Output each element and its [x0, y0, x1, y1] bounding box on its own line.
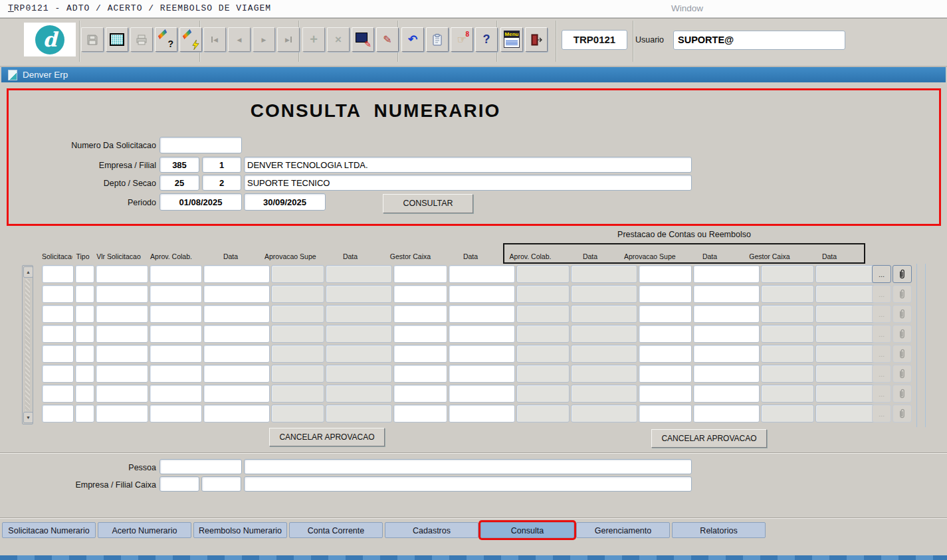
- grid-cell-aprov-colab[interactable]: [150, 345, 202, 363]
- grid-cell-aprov-colab[interactable]: [150, 305, 202, 323]
- grid-cell-data[interactable]: [449, 285, 515, 303]
- grid-cell-tipo[interactable]: [75, 325, 94, 343]
- grid-cell-tipo[interactable]: [75, 385, 94, 403]
- grid-cell-gestor-caixa[interactable]: [393, 405, 447, 422]
- grid-cell-data[interactable]: [449, 265, 515, 283]
- grid-cell-aprovacao-superior[interactable]: [639, 385, 692, 403]
- grid-cell-tipo[interactable]: [75, 265, 94, 283]
- grid-cell-aprovacao-superior[interactable]: [639, 305, 692, 323]
- grid-cell-data[interactable]: [693, 405, 760, 422]
- grid-cell-data[interactable]: [203, 365, 270, 383]
- edit-window-button[interactable]: ✎: [352, 27, 374, 52]
- grid-cell-aprovacao-superior[interactable]: [639, 405, 692, 422]
- grid-cell-data[interactable]: [693, 385, 760, 403]
- grid-cell-aprov-colab[interactable]: [150, 385, 202, 403]
- scroll-up-icon[interactable]: ▲: [23, 266, 33, 278]
- grid-cell-tipo[interactable]: [75, 285, 94, 303]
- grid-cell-solicitacao[interactable]: [42, 325, 74, 343]
- cancelar-aprovacao-left-button[interactable]: CANCELAR APROVACAO: [269, 428, 385, 446]
- grid-cell-data[interactable]: [203, 265, 270, 283]
- tab-cadastros[interactable]: Cadastros: [385, 522, 478, 538]
- grid-cell-solicitacao[interactable]: [42, 345, 74, 363]
- usuario-field[interactable]: SUPORTE@: [673, 31, 845, 50]
- grid-cell-data[interactable]: [449, 385, 515, 403]
- screen-button[interactable]: [106, 27, 128, 52]
- grid-cell-solicitacao[interactable]: [42, 405, 74, 422]
- depto-cod-input[interactable]: [159, 175, 199, 191]
- row-detail-button[interactable]: ...: [872, 265, 891, 283]
- grid-cell-data[interactable]: [203, 285, 270, 303]
- attachment-paperclip-button[interactable]: [893, 265, 912, 283]
- grid-cell-aprovacao-superior[interactable]: [639, 285, 692, 303]
- grid-cell-data[interactable]: [693, 305, 760, 323]
- grid-cell-data[interactable]: [203, 325, 270, 343]
- tab-conta-corrente[interactable]: Conta Corrente: [289, 522, 383, 538]
- grid-cell-aprovacao-superior[interactable]: [639, 265, 692, 283]
- caixa-nome-input[interactable]: [244, 476, 692, 492]
- empresa-filial-input[interactable]: [202, 157, 241, 173]
- clipboard-button[interactable]: [426, 27, 449, 52]
- grid-cell-solicitacao[interactable]: [42, 285, 74, 303]
- grid-cell-data[interactable]: [203, 385, 270, 403]
- menu-button[interactable]: Menu: [500, 27, 523, 52]
- tab-relatorios[interactable]: Relatorios: [672, 522, 766, 538]
- execute-query-button[interactable]: [179, 27, 202, 52]
- grid-cell-gestor-caixa[interactable]: [393, 305, 447, 323]
- grid-cell-gestor-caixa[interactable]: [393, 345, 447, 363]
- grid-cell-solicitacao[interactable]: [42, 385, 74, 403]
- grid-cell-aprov-colab[interactable]: [150, 405, 202, 422]
- grid-cell-data[interactable]: [449, 405, 515, 422]
- cancelar-aprovacao-right-button[interactable]: CANCELAR APROVACAO: [651, 429, 767, 448]
- empresa-nome-input[interactable]: [244, 157, 692, 173]
- grid-cell-vlr-solicitacao[interactable]: [96, 405, 148, 422]
- periodo-de-input[interactable]: [159, 193, 242, 211]
- scroll-down-icon[interactable]: ▼: [23, 412, 33, 423]
- caixa-filial-input[interactable]: [201, 476, 241, 492]
- grid-cell-aprovacao-superior[interactable]: [639, 365, 692, 383]
- grid-scrollbar[interactable]: ▲ ▼: [22, 265, 33, 424]
- grid-cell-vlr-solicitacao[interactable]: [96, 385, 148, 403]
- security-button[interactable]: ☞8: [451, 27, 473, 52]
- grid-cell-vlr-solicitacao[interactable]: [96, 285, 148, 303]
- grid-cell-gestor-caixa[interactable]: [393, 285, 447, 303]
- menu-window[interactable]: Window: [671, 0, 703, 17]
- grid-cell-vlr-solicitacao[interactable]: [96, 325, 148, 343]
- grid-cell-data[interactable]: [693, 345, 760, 363]
- grid-cell-data[interactable]: [449, 305, 515, 323]
- grid-cell-data[interactable]: [203, 305, 270, 323]
- tab-acerto-numerario[interactable]: Acerto Numerario: [98, 522, 191, 538]
- grid-cell-gestor-caixa[interactable]: [393, 365, 447, 383]
- grid-cell-aprov-colab[interactable]: [150, 365, 202, 383]
- grid-cell-data[interactable]: [693, 325, 760, 343]
- scrollbar-track[interactable]: [25, 279, 30, 411]
- grid-cell-vlr-solicitacao[interactable]: [96, 305, 148, 323]
- undo-button[interactable]: ↶: [401, 27, 424, 52]
- grid-cell-data[interactable]: [693, 265, 760, 283]
- grid-cell-gestor-caixa[interactable]: [393, 265, 447, 283]
- grid-cell-tipo[interactable]: [75, 365, 94, 383]
- grid-cell-data[interactable]: [449, 365, 515, 383]
- grid-cell-data[interactable]: [449, 325, 515, 343]
- depto-nome-input[interactable]: [244, 175, 692, 191]
- grid-cell-tipo[interactable]: [75, 405, 94, 422]
- grid-cell-gestor-caixa[interactable]: [393, 325, 447, 343]
- grid-cell-vlr-solicitacao[interactable]: [96, 265, 148, 283]
- grid-cell-data[interactable]: [203, 405, 270, 422]
- grid-cell-tipo[interactable]: [75, 345, 94, 363]
- grid-cell-aprov-colab[interactable]: [150, 325, 202, 343]
- numero-solicitacao-input[interactable]: [159, 137, 242, 153]
- grid-cell-gestor-caixa[interactable]: [393, 385, 447, 403]
- tab-gerenciamento[interactable]: Gerenciamento: [576, 522, 670, 538]
- tab-consulta[interactable]: Consulta: [480, 522, 574, 538]
- empresa-cod-input[interactable]: [159, 157, 199, 173]
- grid-cell-data[interactable]: [693, 365, 760, 383]
- exit-button[interactable]: [525, 27, 548, 52]
- grid-cell-solicitacao[interactable]: [42, 305, 74, 323]
- grid-cell-data[interactable]: [693, 285, 760, 303]
- grid-cell-tipo[interactable]: [75, 305, 94, 323]
- grid-cell-aprovacao-superior[interactable]: [639, 345, 692, 363]
- grid-cell-solicitacao[interactable]: [42, 365, 74, 383]
- enter-query-button[interactable]: ?: [155, 27, 177, 52]
- grid-cell-solicitacao[interactable]: [42, 265, 74, 283]
- grid-cell-vlr-solicitacao[interactable]: [96, 345, 148, 363]
